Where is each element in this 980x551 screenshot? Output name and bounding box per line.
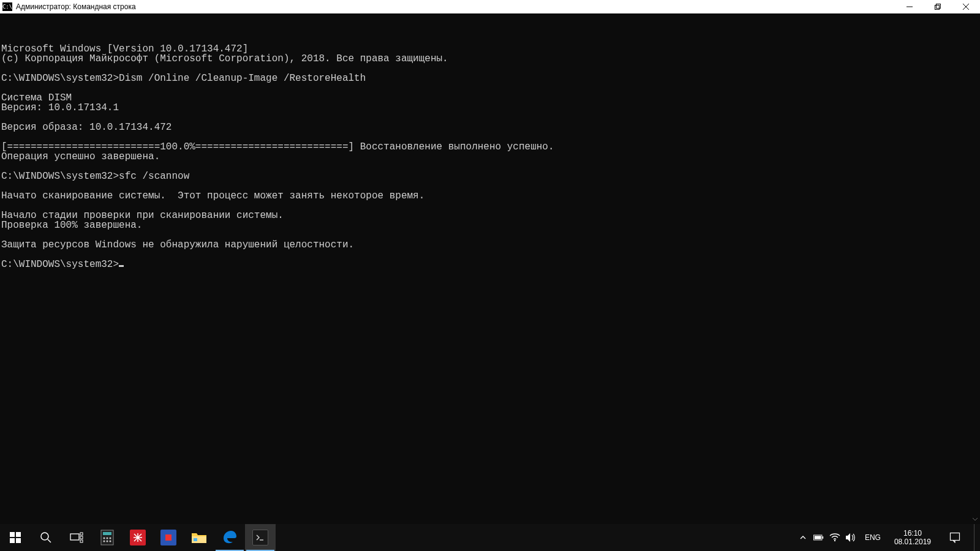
search-button[interactable] (31, 524, 61, 551)
console-line: [==========================100.0%=======… (1, 142, 979, 152)
cmd-taskbar-icon (252, 530, 268, 545)
console-line: C:\WINDOWS\system32>Dism /Online /Cleanu… (1, 73, 979, 83)
svg-rect-2 (10, 532, 15, 537)
svg-rect-24 (815, 536, 821, 539)
app-icon-red (130, 530, 146, 545)
console-scrollbar[interactable] (970, 13, 980, 524)
tray-date: 08.01.2019 (894, 538, 931, 546)
console-line (1, 250, 979, 260)
console-line: Microsoft Windows [Version 10.0.17134.47… (1, 44, 979, 54)
app-icon-blue (160, 530, 176, 545)
task-view-button[interactable] (61, 524, 92, 551)
console-prompt[interactable]: C:\WINDOWS\system32> (1, 260, 979, 269)
svg-rect-1 (937, 4, 941, 9)
svg-point-13 (104, 538, 105, 539)
tray-battery-button[interactable] (813, 524, 824, 551)
taskbar-app-blue[interactable] (153, 524, 184, 551)
notifications-icon (949, 532, 960, 543)
svg-rect-10 (80, 540, 83, 542)
taskbar-app-file-explorer[interactable] (184, 524, 214, 551)
svg-point-6 (41, 533, 48, 540)
console-line (1, 230, 979, 240)
console-line (1, 113, 979, 122)
tray-wifi-button[interactable] (829, 524, 840, 551)
svg-point-15 (110, 538, 111, 539)
window-title: Администратор: Командная строка (16, 2, 136, 11)
svg-rect-8 (80, 533, 83, 535)
svg-point-14 (107, 538, 108, 539)
taskbar-app-red[interactable] (123, 524, 153, 551)
task-view-icon (70, 532, 83, 543)
console-line: Начало стадии проверки при сканировании … (1, 211, 979, 220)
tray-language-button[interactable]: ENG (861, 524, 884, 551)
battery-icon (813, 534, 824, 541)
svg-rect-4 (10, 538, 15, 543)
svg-rect-9 (80, 536, 83, 539)
svg-point-17 (107, 541, 108, 542)
maximize-button[interactable] (924, 0, 952, 13)
console-line: Проверка 100% завершена. (1, 220, 979, 230)
taskbar-app-cmd[interactable] (245, 524, 276, 551)
cmd-icon: C:\ (2, 2, 12, 11)
svg-point-25 (834, 540, 835, 541)
console-line: Версия: 10.0.17134.1 (1, 103, 979, 113)
console-line (1, 181, 979, 191)
start-button[interactable] (0, 524, 31, 551)
minimize-button[interactable] (895, 0, 924, 13)
taskbar-app-calculator[interactable] (92, 524, 123, 551)
svg-rect-3 (16, 532, 21, 537)
tray-time: 16:10 (894, 529, 931, 538)
svg-rect-23 (822, 536, 823, 539)
console-output[interactable]: Microsoft Windows [Version 10.0.17134.47… (0, 13, 980, 524)
cursor (119, 265, 124, 267)
console-line: Защита ресурсов Windows не обнаружила на… (1, 240, 979, 250)
tray-overflow-button[interactable] (797, 524, 809, 551)
svg-rect-5 (16, 538, 21, 543)
svg-rect-7 (70, 534, 79, 540)
file-explorer-icon (191, 530, 207, 545)
edge-icon (222, 530, 238, 545)
svg-point-18 (110, 541, 111, 542)
console-line: C:\WINDOWS\system32>sfc /scannow (1, 171, 979, 181)
svg-rect-19 (165, 534, 172, 541)
volume-icon (845, 533, 856, 542)
console-line: Начато сканирование системы. Этот процес… (1, 191, 979, 201)
tray-clock[interactable]: 16:10 08.01.2019 (889, 524, 936, 551)
console-line (1, 132, 979, 142)
svg-rect-0 (935, 6, 940, 10)
console-line: (c) Корпорация Майкрософт (Microsoft Cor… (1, 54, 979, 64)
console-line: Версия образа: 10.0.17134.472 (1, 122, 979, 132)
search-icon (40, 531, 52, 544)
console-line: Операция успешно завершена. (1, 152, 979, 162)
svg-point-16 (104, 541, 105, 542)
taskbar-app-edge[interactable] (214, 524, 245, 551)
system-tray: ENG 16:10 08.01.2019 (795, 524, 980, 551)
wifi-icon (829, 533, 840, 542)
windows-icon (10, 532, 21, 543)
svg-rect-21 (194, 538, 197, 541)
tray-volume-button[interactable] (845, 524, 856, 551)
console-line (1, 162, 979, 171)
svg-rect-26 (951, 533, 960, 541)
console-line (1, 201, 979, 211)
console-line (1, 83, 979, 93)
console-line: Cистема DISM (1, 93, 979, 103)
calculator-icon (99, 530, 115, 545)
command-prompt-window: C:\ Администратор: Командная строка Micr… (0, 0, 980, 524)
chevron-up-icon (800, 534, 806, 541)
titlebar[interactable]: C:\ Администратор: Командная строка (0, 0, 980, 13)
console-line (1, 64, 979, 73)
scroll-down-icon[interactable] (970, 514, 980, 524)
show-desktop-button[interactable] (974, 524, 978, 551)
svg-rect-12 (103, 532, 111, 535)
taskbar: ENG 16:10 08.01.2019 (0, 524, 980, 551)
tray-notifications-button[interactable] (941, 524, 969, 551)
close-button[interactable] (952, 0, 980, 13)
